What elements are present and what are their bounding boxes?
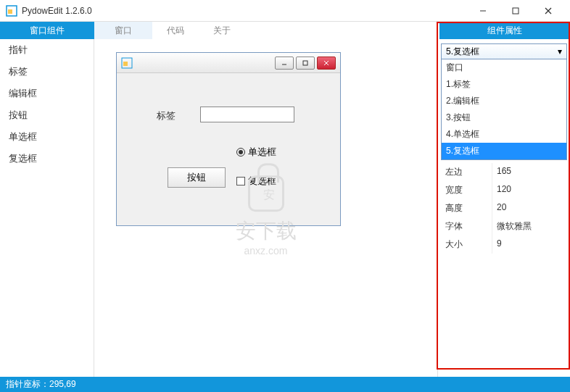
- property-value[interactable]: 微软雅黑: [492, 217, 567, 235]
- property-row: 高度20: [441, 199, 567, 217]
- minimize-button[interactable]: [466, 1, 499, 21]
- properties-panel: 5.复选框 ▾ 窗口 1.标签 2.编辑框 3.按钮 4.单选框 5.复选框 左…: [438, 39, 570, 377]
- property-key: 宽度: [441, 181, 492, 199]
- property-value[interactable]: 165: [492, 163, 567, 181]
- property-row: 宽度120: [441, 181, 567, 199]
- preview-window[interactable]: 标签 单选框 按钮 复选框: [116, 52, 341, 226]
- preview-titlebar: [117, 53, 340, 73]
- svg-rect-9: [303, 61, 307, 65]
- svg-rect-3: [513, 8, 519, 14]
- tab-window[interactable]: 窗口: [94, 22, 152, 39]
- sidebar-item-checkbox[interactable]: 复选框: [0, 148, 94, 170]
- sidebar-item-edit[interactable]: 编辑框: [0, 83, 94, 104]
- window-title: PydowEdit 1.2.6.0: [22, 6, 466, 16]
- preview-radio[interactable]: 单选框: [236, 146, 276, 159]
- chevron-down-icon: ▾: [558, 46, 562, 57]
- property-list: 左边165 宽度120 高度20 字体微软雅黑 大小9: [441, 163, 567, 254]
- property-value[interactable]: 20: [492, 199, 567, 217]
- design-canvas[interactable]: 标签 单选框 按钮 复选框 安 安下载 anxz.com: [94, 39, 438, 377]
- component-select[interactable]: 5.复选框 ▾: [441, 43, 567, 59]
- preview-edit-input[interactable]: [200, 107, 294, 122]
- property-key: 左边: [441, 163, 492, 181]
- property-value[interactable]: 120: [492, 181, 567, 199]
- tab-components[interactable]: 窗口组件: [0, 22, 94, 39]
- menubar: 窗口组件 窗口 代码 关于 组件属性: [0, 22, 570, 39]
- cursor-position: 指针座标：295,69: [6, 378, 76, 391]
- tab-properties[interactable]: 组件属性: [439, 22, 570, 39]
- radio-icon: [236, 148, 245, 157]
- component-select-value: 5.复选框: [446, 46, 479, 58]
- sidebar-item-radio[interactable]: 单选框: [0, 126, 94, 148]
- tab-code[interactable]: 代码: [152, 22, 199, 39]
- property-value[interactable]: 9: [492, 235, 567, 254]
- preview-checkbox-label: 复选框: [248, 175, 276, 188]
- dropdown-option[interactable]: 5.复选框: [442, 143, 566, 159]
- property-row: 大小9: [441, 235, 567, 254]
- component-dropdown: 窗口 1.标签 2.编辑框 3.按钮 4.单选框 5.复选框: [441, 59, 567, 160]
- dropdown-option[interactable]: 2.编辑框: [442, 93, 566, 109]
- preview-maximize-icon[interactable]: [296, 57, 315, 70]
- property-row: 左边165: [441, 163, 567, 181]
- main-area: 指针 标签 编辑框 按钮 单选框 复选框 标签 单选框 按钮: [0, 39, 570, 377]
- property-key: 大小: [441, 235, 492, 254]
- property-row: 字体微软雅黑: [441, 217, 567, 235]
- preview-radio-label: 单选框: [248, 146, 276, 159]
- sidebar-item-pointer[interactable]: 指针: [0, 39, 94, 61]
- titlebar: PydowEdit 1.2.6.0: [0, 0, 570, 22]
- svg-rect-7: [123, 62, 128, 66]
- sidebar-item-button[interactable]: 按钮: [0, 104, 94, 126]
- tab-about[interactable]: 关于: [199, 22, 245, 39]
- sidebar-item-label[interactable]: 标签: [0, 61, 94, 83]
- svg-rect-1: [8, 9, 12, 14]
- app-icon: [6, 5, 17, 17]
- preview-app-icon: [121, 57, 133, 69]
- close-button[interactable]: [532, 1, 564, 21]
- preview-checkbox[interactable]: 复选框: [236, 175, 276, 188]
- property-key: 字体: [441, 217, 492, 235]
- dropdown-option[interactable]: 窗口: [442, 59, 566, 76]
- statusbar: 指针座标：295,69: [0, 377, 570, 392]
- dropdown-option[interactable]: 4.单选框: [442, 126, 566, 143]
- dropdown-option[interactable]: 3.按钮: [442, 109, 566, 126]
- watermark-sub: anxz.com: [236, 245, 297, 257]
- checkbox-icon: [236, 177, 245, 185]
- preview-body: 标签 单选框 按钮 复选框: [117, 73, 340, 225]
- property-key: 高度: [441, 199, 492, 217]
- preview-minimize-icon[interactable]: [275, 57, 294, 70]
- preview-label[interactable]: 标签: [157, 109, 175, 122]
- dropdown-option[interactable]: 1.标签: [442, 76, 566, 93]
- component-sidebar: 指针 标签 编辑框 按钮 单选框 复选框: [0, 39, 94, 377]
- preview-button[interactable]: 按钮: [168, 167, 226, 188]
- maximize-button[interactable]: [499, 1, 532, 21]
- preview-close-icon[interactable]: [317, 57, 336, 70]
